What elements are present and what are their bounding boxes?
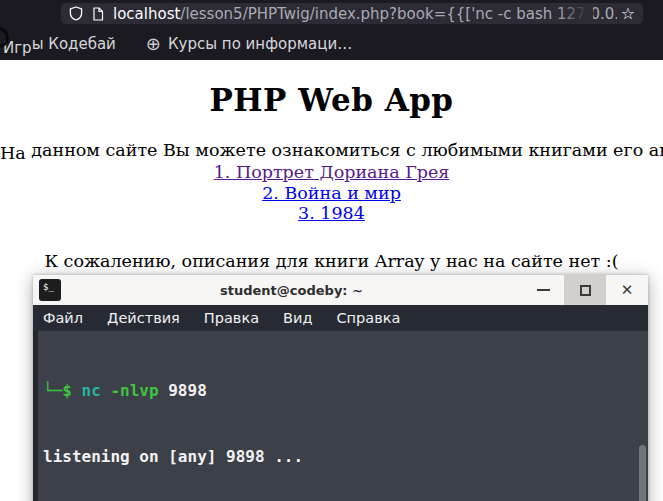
bookmark-label: Курсы по информаци… (168, 35, 352, 53)
link-portret-doriana-greya[interactable]: 1. Портрет Дориана Грея (0, 162, 663, 183)
terminal-menubar: Файл Действия Правка Вид Справка (33, 305, 648, 331)
book-links: 1. Портрет Дориана Грея 2. Война и мир 3… (0, 162, 663, 224)
minimize-button[interactable] (522, 275, 564, 305)
terminal-window: $_ student@codeby: ~ ✕ Файл Действия Пра… (33, 275, 648, 501)
browser-toolbar: localhost/lesson5/PHPTwig/index.php?book… (0, 0, 663, 27)
prompt-symbol: └─$ (43, 381, 82, 400)
screen: localhost/lesson5/PHPTwig/index.php?book… (0, 0, 663, 501)
no-description-message: К сожалению, описания для книги Array у … (0, 251, 663, 271)
terminal-output[interactable]: └─$ nc -nlvp 9898 listening on [any] 989… (33, 331, 648, 501)
intro-text: На данном сайте Вы можете ознакомиться с… (0, 140, 663, 160)
intro-part2: данном сайте Вы можете ознакомиться с лю… (26, 140, 663, 160)
intro-part1: На (0, 143, 26, 163)
bookmark-kursy[interactable]: ⊕ Курсы по информаци… (146, 35, 352, 53)
command-nc: nc (82, 381, 101, 400)
bookmark-star-icon[interactable]: ☆ (621, 6, 635, 22)
link-1984[interactable]: 3. 1984 (0, 203, 663, 224)
bookmark-igry-codeby[interactable]: Игры Кодебай (3, 35, 116, 53)
web-page: PHP Web App На данном сайте Вы можете оз… (0, 60, 663, 501)
url-text[interactable]: localhost/lesson5/PHPTwig/index.php?book… (113, 5, 617, 23)
menu-file[interactable]: Файл (43, 310, 83, 326)
menu-view[interactable]: Вид (283, 310, 312, 326)
bookmarks-bar: Игры Кодебай ⊕ Курсы по информаци… (0, 27, 663, 60)
command-argument: 9898 (168, 381, 207, 400)
link-voina-i-mir[interactable]: 2. Война и мир (0, 183, 663, 204)
shield-icon[interactable] (69, 6, 83, 21)
url-host: localhost (113, 5, 180, 23)
terminal-prompt-line: └─$ nc -nlvp 9898 (43, 380, 648, 402)
page-title: PHP Web App (0, 60, 663, 118)
close-icon: ✕ (621, 283, 634, 298)
globe-icon: ⊕ (146, 35, 161, 53)
terminal-title: student@codeby: ~ (61, 283, 522, 298)
menu-edit[interactable]: Правка (204, 310, 259, 326)
menu-actions[interactable]: Действия (107, 310, 180, 326)
close-button[interactable]: ✕ (606, 275, 648, 305)
minimize-icon (537, 289, 550, 291)
url-path: /lesson5/PHPTwig/index.php?book={{['nc -… (180, 5, 616, 23)
terminal-app-icon: $_ (39, 279, 61, 301)
terminal-scrollbar-thumb[interactable] (639, 445, 646, 501)
page-info-icon[interactable] (92, 7, 104, 21)
terminal-line: listening on [any] 9898 ... (43, 446, 648, 468)
url-bar[interactable]: localhost/lesson5/PHPTwig/index.php?book… (61, 3, 643, 24)
window-controls: ✕ (522, 275, 648, 305)
maximize-icon (580, 285, 591, 296)
bookmark-label-part2: ы Кодебай (32, 35, 116, 53)
menu-help[interactable]: Справка (336, 310, 400, 326)
terminal-titlebar[interactable]: $_ student@codeby: ~ ✕ (33, 275, 648, 305)
command-options: -nlvp (101, 381, 168, 400)
maximize-button[interactable] (564, 275, 606, 305)
